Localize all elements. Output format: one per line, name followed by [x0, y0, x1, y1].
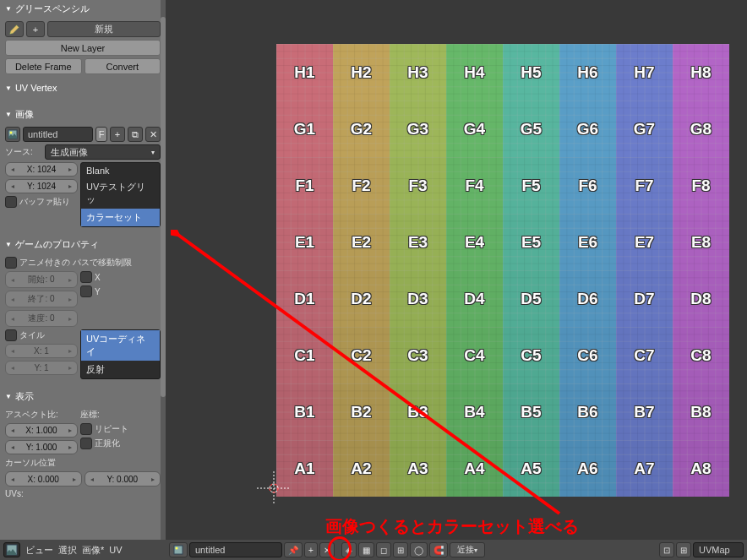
uvmap-name[interactable]: UVMap: [693, 542, 744, 557]
grid-cell: E1: [276, 214, 333, 270]
source-select[interactable]: 生成画像▾: [45, 144, 161, 160]
panel-grease-pencil[interactable]: グリースペンシル: [0, 0, 166, 18]
image-duplicate-icon[interactable]: ⧉: [128, 127, 143, 142]
grid-cell: C7: [616, 327, 673, 383]
image-f-button[interactable]: F: [95, 127, 107, 142]
grid-cell: A6: [559, 440, 616, 497]
grid-cell: C6: [559, 327, 616, 383]
panel-game-props[interactable]: ゲームのプロパティ: [0, 236, 166, 253]
grid-cell: A7: [616, 440, 673, 497]
menu-image[interactable]: 画像*: [82, 544, 104, 557]
grid-cell: A8: [673, 440, 729, 497]
gen-type-uvgrid[interactable]: UVテストグリッ: [81, 178, 160, 209]
tile-y-field[interactable]: ◂Y: 1▸: [5, 361, 78, 375]
grid-cell: F1: [276, 157, 333, 214]
convert-button[interactable]: Convert: [85, 58, 161, 74]
add-button[interactable]: +: [26, 21, 45, 37]
mapping-reflect[interactable]: 反射: [81, 361, 160, 378]
snap-type-select[interactable]: 近接 ▾: [450, 542, 485, 557]
limit-y-label: Y: [95, 287, 101, 296]
image-name-field[interactable]: untitled: [23, 127, 93, 142]
repeat-checkbox[interactable]: [80, 423, 92, 435]
limit-y-checkbox[interactable]: [80, 285, 92, 297]
header-unlink-button[interactable]: ✕: [319, 542, 335, 557]
uv-editor-viewport[interactable]: H1H2H3H4H5H6H7H8G1G2G3G4G5G6G7G8F1F2F3F4…: [166, 0, 747, 540]
image-add-icon[interactable]: +: [110, 127, 125, 142]
editor-type-selector[interactable]: [3, 542, 20, 557]
grid-cell: B6: [559, 383, 616, 440]
grid-cell: E2: [333, 214, 390, 270]
render-slot-button[interactable]: ⊡: [659, 542, 674, 557]
grid-cell: B4: [446, 383, 503, 440]
cursor-x-field[interactable]: ◂X: 0.000▸: [5, 471, 82, 487]
anime-checkbox[interactable]: [5, 257, 17, 269]
proportional-button[interactable]: ◯: [410, 542, 428, 557]
header-pin-button[interactable]: 📌: [284, 542, 303, 557]
buffer-checkbox[interactable]: [5, 196, 17, 208]
grid-cell: D3: [390, 270, 446, 327]
speed-field[interactable]: ◂速度: 0▸: [5, 310, 78, 327]
delete-frame-button[interactable]: Delete Frame: [5, 58, 82, 74]
grid-cell: F3: [390, 157, 446, 214]
limit-x-checkbox[interactable]: [80, 271, 92, 283]
cursor-y-field[interactable]: ◂Y: 0.000▸: [85, 471, 161, 487]
menu-view[interactable]: ビュー: [25, 544, 53, 557]
pencil-tool-button[interactable]: [5, 21, 24, 37]
tile-x-field[interactable]: ◂X: 1▸: [5, 344, 78, 358]
header-image-name[interactable]: untitled: [189, 542, 282, 557]
grid-cell: H3: [390, 44, 446, 101]
grid-cell: F2: [333, 157, 390, 214]
gen-type-colorset[interactable]: カラーセット: [81, 209, 160, 226]
panel-display[interactable]: 表示: [0, 388, 166, 405]
grid-cell: F8: [673, 157, 729, 214]
grid-cell: A5: [503, 440, 559, 497]
snap-toggle-button[interactable]: 🧲: [429, 542, 448, 557]
tile-label: タイル: [19, 329, 45, 341]
grid-cell: D1: [276, 270, 333, 327]
pivot-button[interactable]: ◈: [341, 542, 357, 557]
image-y-field[interactable]: ◂Y: 1024▸: [5, 179, 78, 193]
gen-type-blank[interactable]: Blank: [81, 163, 160, 178]
grid-cell: H1: [276, 44, 333, 101]
grid-cell: E3: [390, 214, 446, 270]
grid-cell: E7: [616, 214, 673, 270]
panel-image[interactable]: 画像: [0, 106, 166, 123]
anime-label: アニメ付きの: [19, 257, 70, 269]
aspect-x-field[interactable]: ◂X: 1.000▸: [5, 423, 78, 438]
aspect-y-field[interactable]: ◂Y: 1.000▸: [5, 440, 78, 454]
new-layer-button[interactable]: New Layer: [5, 40, 161, 56]
image-x-field[interactable]: ◂X: 1024▸: [5, 162, 78, 177]
start-field[interactable]: ◂開始: 0▸: [5, 271, 78, 288]
image-browse-button[interactable]: [169, 542, 188, 557]
header-new-button[interactable]: +: [304, 542, 318, 557]
normalize-checkbox[interactable]: [80, 438, 92, 449]
sticky-button[interactable]: ⊞: [393, 542, 408, 557]
end-field[interactable]: ◂終了: 0▸: [5, 291, 78, 307]
panel-uv-vertex[interactable]: UV Vertex: [0, 80, 166, 95]
menu-select[interactable]: 選択: [58, 544, 77, 557]
new-button[interactable]: 新規: [47, 21, 161, 37]
grid-cell: D6: [559, 270, 616, 327]
uveditor-header: untitled 📌 + ✕ ◈ ▦ ◻ ⊞ ◯ 🧲 近接 ▾ ⊡ ⊞ UVMa…: [166, 540, 747, 560]
grid-cell: C4: [446, 327, 503, 383]
limit-x-label: X: [95, 273, 101, 282]
grid-cell: E4: [446, 214, 503, 270]
normalize-label: 正規化: [95, 438, 120, 449]
grid-cell: G5: [503, 101, 559, 157]
grid-cell: F4: [446, 157, 503, 214]
mapping-uvcoord[interactable]: UVコーディネイ: [81, 330, 160, 361]
sync-button[interactable]: ▦: [358, 542, 374, 557]
image-browse-icon[interactable]: [5, 127, 20, 142]
source-label: ソース:: [5, 146, 42, 158]
grid-cell: G8: [673, 101, 729, 157]
menu-uv[interactable]: UV: [109, 545, 122, 555]
tile-checkbox[interactable]: [5, 329, 17, 341]
uvmap-browse-button[interactable]: ⊞: [676, 542, 691, 557]
grid-cell: B5: [503, 383, 559, 440]
grid-cell: C1: [276, 327, 333, 383]
grid-cell: G2: [333, 101, 390, 157]
image-delete-icon[interactable]: ✕: [145, 127, 161, 142]
grid-cell: G1: [276, 101, 333, 157]
select-mode-button[interactable]: ◻: [376, 542, 391, 557]
svg-point-1: [10, 132, 13, 134]
